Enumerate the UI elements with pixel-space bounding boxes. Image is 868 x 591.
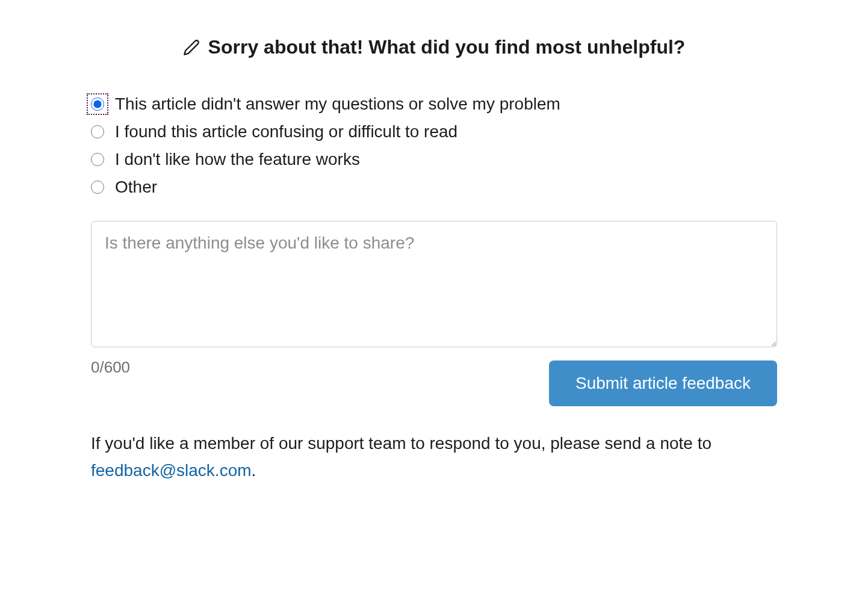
radio-input[interactable] xyxy=(91,153,104,166)
footer-prefix: If you'd like a member of our support te… xyxy=(91,434,711,453)
char-counter: 0/600 xyxy=(91,354,130,377)
radio-option-didnt-answer[interactable]: This article didn't answer my questions … xyxy=(91,94,777,114)
feedback-form: Sorry about that! What did you find most… xyxy=(91,36,777,484)
radio-label[interactable]: Other xyxy=(115,178,157,197)
radio-label[interactable]: I don't like how the feature works xyxy=(115,150,360,169)
radio-label[interactable]: This article didn't answer my questions … xyxy=(115,94,560,114)
radio-label[interactable]: I found this article confusing or diffic… xyxy=(115,122,457,141)
feedback-heading: Sorry about that! What did you find most… xyxy=(208,36,686,58)
radio-group: This article didn't answer my questions … xyxy=(91,94,777,197)
pencil-icon xyxy=(183,39,200,56)
heading-row: Sorry about that! What did you find most… xyxy=(91,36,777,58)
radio-option-other[interactable]: Other xyxy=(91,178,777,197)
footer-email-link[interactable]: feedback@slack.com xyxy=(91,461,252,480)
footer-suffix: . xyxy=(252,461,256,480)
radio-input[interactable] xyxy=(91,97,104,111)
feedback-textarea[interactable] xyxy=(91,221,777,347)
radio-option-dislike-feature[interactable]: I don't like how the feature works xyxy=(91,150,777,169)
radio-option-confusing[interactable]: I found this article confusing or diffic… xyxy=(91,122,777,141)
textarea-wrap xyxy=(91,221,777,350)
footer-text: If you'd like a member of our support te… xyxy=(91,430,777,484)
radio-input[interactable] xyxy=(91,125,104,138)
counter-row: 0/600 Submit article feedback xyxy=(91,354,777,406)
radio-input[interactable] xyxy=(91,181,104,194)
submit-button[interactable]: Submit article feedback xyxy=(549,360,777,406)
